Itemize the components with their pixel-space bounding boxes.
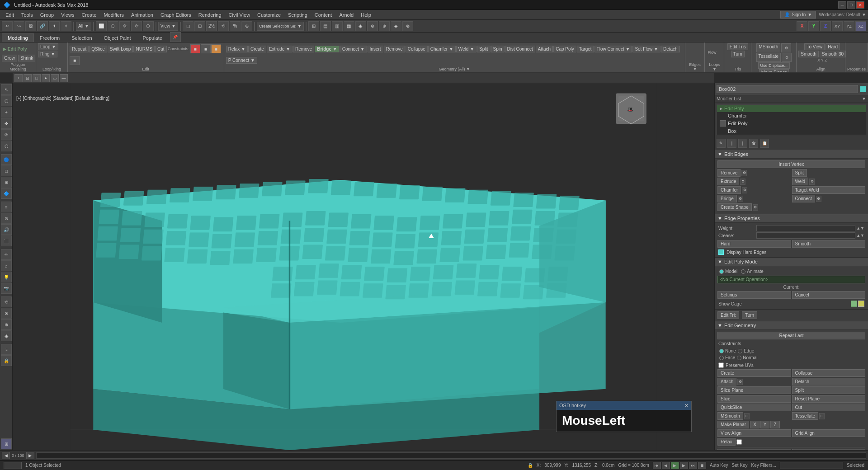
menu-help[interactable]: Help (357, 11, 375, 19)
tab-populate[interactable]: Populate (137, 33, 168, 42)
none-constraint[interactable]: None (719, 348, 736, 353)
left-btn-6[interactable]: ⬡ (1, 141, 12, 151)
left-btn-22[interactable]: ◉ (1, 330, 12, 341)
close-button[interactable]: ✕ (856, 1, 864, 9)
msmooth-check[interactable]: □ (744, 413, 750, 419)
animate-radio[interactable]: Animate (741, 269, 764, 274)
qslice-btn[interactable]: QSlice (89, 46, 107, 52)
prop-icon-3[interactable]: | (738, 139, 747, 148)
axis-xz[interactable]: XZ (855, 21, 866, 31)
modifier-edit-poly-top[interactable]: ▶ Edit Poly (717, 105, 866, 112)
slice-btn[interactable]: Slice (717, 395, 791, 403)
left-btn-20[interactable]: ⊗ (1, 308, 12, 319)
insert-vertex-btn[interactable]: Insert Vertex (717, 160, 865, 168)
modifier-eye[interactable] (720, 120, 726, 127)
tb-btn-4[interactable]: 🔗 (37, 21, 48, 31)
cancel-mode-btn[interactable]: Cancel (792, 291, 866, 299)
edge-properties-header[interactable]: ▼ Edge Properties (715, 214, 868, 223)
edge-constraint[interactable]: Edge (738, 348, 754, 353)
stop-btn[interactable]: ⏹ (698, 462, 706, 469)
axis-xy[interactable]: XY (832, 21, 843, 31)
turn-ribbon-btn[interactable]: Turn (731, 51, 745, 57)
left-btn-3[interactable]: + (1, 107, 12, 118)
left-btn-12[interactable]: ⊙ (1, 213, 12, 224)
attach-geom2-btn[interactable]: Attach (717, 378, 736, 385)
left-btn-17[interactable]: 💡 (1, 272, 12, 282)
detach-geom-btn[interactable]: Detach (661, 46, 680, 52)
tab-object-paint[interactable]: Object Paint (98, 33, 137, 42)
ring-dropdown[interactable]: Ring ▼ (38, 51, 57, 57)
left-btn-8[interactable]: □ (1, 165, 12, 176)
restore-button[interactable]: □ (847, 1, 855, 9)
connect-btn[interactable]: Connect ▼ (340, 46, 367, 52)
tb-extra-5[interactable]: ◉ (355, 21, 366, 31)
menu-rendering[interactable]: Rendering (195, 11, 225, 19)
tb-btn-3[interactable]: ⛓ (25, 21, 36, 31)
play-end-btn[interactable]: ⏭ (689, 462, 697, 469)
p-connect-btn[interactable]: P Connect ▼ (226, 57, 257, 64)
angle-snap[interactable]: 2½ (206, 21, 217, 31)
x-align-btn[interactable]: X (750, 421, 760, 428)
use-displace-btn[interactable]: Use Displace... (758, 62, 790, 69)
render-btn-1[interactable]: ◻ (183, 21, 193, 31)
make-planar-geom-btn[interactable]: Make Planar (717, 421, 749, 428)
create-geom-btn[interactable]: Create (248, 46, 266, 52)
set-flow-btn[interactable]: Set Flow ▼ (632, 46, 660, 52)
cut-btn[interactable]: Cut (155, 46, 167, 52)
bridge-btn[interactable]: Bridge ▼ (315, 46, 339, 52)
edit-geometry-header[interactable]: ▼ Edit Geometry (715, 321, 868, 330)
vp-dot-icon[interactable]: ● (42, 74, 50, 82)
percent[interactable]: % (230, 21, 241, 31)
timeline-next-btn[interactable]: ▶ (26, 452, 34, 459)
left-btn-2[interactable]: ⬡ (1, 95, 12, 106)
left-btn-21[interactable]: ⊕ (1, 319, 12, 330)
play-start-btn[interactable]: ⏮ (653, 462, 661, 469)
swift-loop-btn[interactable]: Swift Loop (108, 46, 133, 52)
repeat-last-btn[interactable]: Repeat Last (717, 332, 865, 339)
loop-dropdown[interactable]: Loop ▼ (38, 43, 58, 50)
modifier-box[interactable]: Box (717, 127, 866, 135)
hard-align-btn[interactable]: Hard (826, 43, 840, 50)
auto-key-btn[interactable]: Auto Key (710, 463, 728, 468)
object-name-input[interactable] (717, 85, 858, 93)
reset-plane-btn[interactable]: Reset Plane (792, 395, 866, 403)
create-shape-btn[interactable]: Create Shape (717, 203, 752, 211)
smooth-edge-btn[interactable]: Smooth (792, 240, 866, 248)
bridge-edge-btn[interactable]: Bridge (717, 195, 737, 202)
connect-edge-btn[interactable]: Connect (792, 195, 815, 202)
bridge-settings[interactable]: ⚙ (738, 196, 743, 202)
weld-edge-btn[interactable]: Weld (792, 178, 809, 185)
extrude-edge-btn[interactable]: Extrude (717, 178, 739, 185)
object-color-swatch[interactable] (860, 86, 866, 92)
left-btn-5[interactable]: ⟳ (1, 129, 12, 140)
normal-constraint[interactable]: Normal (737, 355, 757, 360)
menu-edit[interactable]: Edit (2, 11, 18, 19)
prop-icon-2[interactable]: | (727, 139, 736, 148)
remove-btn-2[interactable]: Remove (384, 46, 405, 52)
prev-frame-btn[interactable]: ◀ (662, 462, 670, 469)
model-radio[interactable]: Model (719, 269, 737, 274)
menu-scripting[interactable]: Scripting (284, 11, 311, 19)
left-btn-10[interactable]: 🔷 (1, 188, 12, 199)
repeat-btn[interactable]: Repeat (70, 46, 89, 52)
select-move[interactable]: ✥ (119, 21, 130, 31)
msmooth-settings[interactable]: ⚙ (781, 43, 791, 52)
view-dropdown[interactable]: View ▼ (158, 22, 178, 31)
left-btn-19[interactable]: ⟲ (1, 296, 12, 307)
flow-connect-btn[interactable]: Flow Connect ▼ (594, 46, 632, 52)
show-cage-green[interactable] (851, 301, 857, 307)
snap-cycle[interactable]: ⟲ (218, 21, 229, 31)
msmooth-ribbon-btn[interactable]: MSmooth (756, 43, 780, 52)
grow-btn[interactable]: Grow (2, 55, 17, 61)
relax-geom-btn[interactable]: Relax ▼ (226, 46, 248, 52)
menu-views[interactable]: Views (57, 11, 78, 19)
left-btn-7[interactable]: 🔵 (1, 154, 12, 165)
prop-icon-delete[interactable]: 🗑 (749, 139, 758, 148)
select-btn[interactable]: ⬜ (96, 21, 107, 31)
vp-shade-icon[interactable]: □ (33, 74, 41, 82)
tb-extra-6[interactable]: ⊛ (367, 21, 378, 31)
timeline-prev-btn[interactable]: ◀ (2, 452, 10, 459)
modifier-chamfer[interactable]: Chamfer (717, 112, 866, 119)
chamfer-btn[interactable]: Chamfer ▼ (428, 46, 456, 52)
viewport[interactable]: [+] [Orthographic] [Standard] [Default S… (13, 83, 714, 450)
